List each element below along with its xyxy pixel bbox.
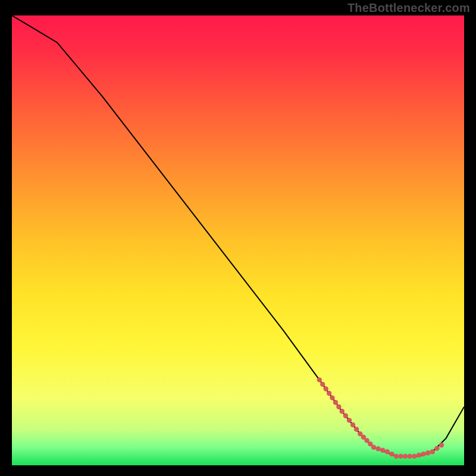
trough-dot (320, 382, 325, 387)
trough-dot (324, 386, 328, 391)
trough-dot (343, 414, 348, 418)
watermark-text: TheBottlenecker.com (347, 1, 470, 15)
plot-svg (12, 15, 464, 465)
trough-dot (394, 454, 399, 459)
plot-background (12, 15, 464, 465)
trough-dot (340, 409, 345, 414)
trough-dot (430, 449, 435, 454)
trough-dot (421, 452, 425, 456)
trough-dot (333, 400, 338, 405)
trough-dot (425, 450, 430, 455)
trough-dot (336, 405, 341, 409)
trough-dot (354, 427, 359, 431)
plot-frame (12, 15, 464, 465)
trough-dot (371, 445, 376, 450)
trough-dot (330, 395, 334, 400)
trough-dot (375, 446, 380, 451)
trough-dot (347, 418, 352, 422)
trough-dot (416, 453, 421, 458)
trough-dot (380, 448, 385, 453)
chart-container: TheBottlenecker.com (0, 0, 476, 476)
trough-dot (398, 454, 403, 459)
trough-dot (439, 443, 444, 447)
trough-dot (327, 391, 331, 396)
trough-dot (385, 449, 390, 454)
trough-dot (403, 454, 408, 459)
trough-dot (412, 454, 416, 459)
trough-dot (317, 377, 322, 382)
trough-dot (434, 446, 439, 450)
trough-dot (389, 452, 394, 456)
trough-dot (350, 422, 355, 427)
trough-dot (408, 454, 412, 459)
